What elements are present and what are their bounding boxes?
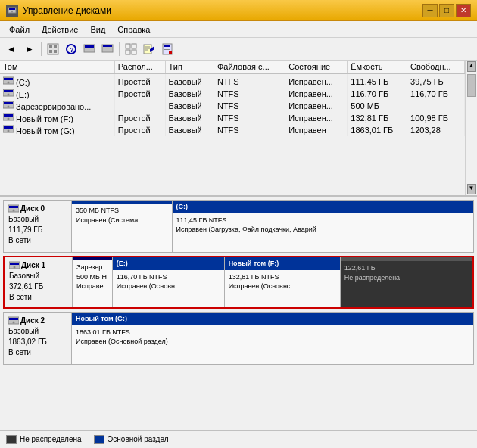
cell-location-2: Простой: [114, 88, 165, 100]
cell-name-2: (E:): [0, 88, 114, 100]
table-row-4[interactable]: Новый том (F:)ПростойБазовыйNTFSИсправен…: [0, 112, 465, 124]
toolbar-btn-2[interactable]: ?: [63, 41, 80, 58]
svg-rect-15: [132, 44, 136, 48]
cell-free-2: 116,70 ГБ: [407, 88, 465, 100]
svg-point-37: [8, 118, 10, 120]
cell-name-1: (C:): [0, 76, 114, 88]
cell-name-3: Зарезервировано...: [0, 100, 114, 112]
disk-1-part-2-status: Исправен (Основнс: [229, 282, 336, 291]
svg-point-43: [13, 210, 15, 212]
disk-1-partitions: Зарезер 500 МБ Н Исправе (E:) 116,70 ГБ …: [73, 257, 472, 307]
svg-point-2: [11, 11, 13, 12]
disk-0-part-0-header: [72, 201, 172, 204]
legend-primary-label: Основной раздел: [108, 435, 169, 443]
minimize-button[interactable]: ─: [422, 4, 438, 17]
disk-2-part-0-status: Исправен (Основной раздел): [76, 337, 469, 347]
disk-1-part-0[interactable]: Зарезер 500 МБ Н Исправе: [73, 257, 113, 307]
svg-rect-45: [10, 263, 19, 265]
toolbar-btn-1[interactable]: [45, 41, 61, 58]
legend-unallocated: Не распределена: [6, 435, 82, 444]
disk-1-part-0-status: Исправе: [76, 282, 108, 291]
disk-0-part-1-size: 111,45 ГБ NTFS: [176, 216, 470, 226]
cell-status-2: Исправен...: [285, 88, 348, 100]
back-button[interactable]: ◄: [3, 41, 20, 58]
svg-rect-27: [4, 78, 13, 80]
toolbar-btn-3[interactable]: [81, 41, 98, 58]
svg-point-49: [13, 322, 15, 324]
cell-capacity-4: 132,81 ГБ: [348, 112, 407, 124]
toolbar: ◄ ► ?: [0, 38, 477, 61]
disk-1-part-3[interactable]: 122,61 ГБ Не распределена: [341, 257, 472, 307]
toolbar-btn-5[interactable]: [123, 41, 139, 58]
disk-0-part-0[interactable]: 350 МБ NTFS Исправен (Система,: [72, 201, 173, 252]
cell-fs-3: NTFS: [214, 100, 285, 112]
close-button[interactable]: ✕: [456, 4, 471, 17]
disk-2-row: Диск 2 Базовый 1863,02 ГБ В сети Новый т…: [3, 312, 474, 365]
svg-point-31: [8, 94, 10, 96]
svg-rect-39: [4, 126, 13, 129]
svg-rect-24: [164, 48, 169, 48]
toolbar-btn-4[interactable]: [99, 41, 116, 58]
col-location: Распол...: [114, 61, 165, 73]
cell-location-3: [114, 100, 165, 112]
cell-free-4: 100,98 ГБ: [407, 112, 465, 124]
svg-rect-33: [4, 102, 13, 104]
disk-2-type: Базовый: [8, 326, 67, 337]
maximize-button[interactable]: □: [439, 4, 454, 17]
menu-help[interactable]: Справка: [111, 23, 156, 36]
app-icon: [6, 5, 18, 17]
svg-rect-11: [85, 45, 94, 48]
toolbar-btn-7[interactable]: [159, 41, 176, 58]
title-bar-left: Управление дисками: [6, 5, 111, 17]
disk-1-part-1-size: 116,70 ГБ NTFS: [117, 272, 220, 282]
disk-1-part-1[interactable]: (E:) 116,70 ГБ NTFS Исправен (Основн: [113, 257, 225, 307]
table-header-row: Том Распол... Тип Файловая с... Состояни…: [0, 61, 465, 73]
legend-unallocated-label: Не распределена: [20, 435, 82, 443]
menu-file[interactable]: Файл: [3, 23, 36, 36]
disk-1-part-0-size: 500 МБ Н: [76, 272, 108, 282]
menu-view[interactable]: Вид: [84, 23, 111, 36]
table-row-3[interactable]: Зарезервировано...БазовыйNTFSИсправен...…: [0, 100, 465, 112]
table-scrollbar[interactable]: ▲ ▼: [465, 61, 477, 195]
disk-0-row: Диск 0 Базовый 111,79 ГБ В сети 350 МБ N…: [3, 200, 474, 253]
table-row-1[interactable]: (C:)ПростойБазовыйNTFSИсправен...111,45 …: [0, 76, 465, 88]
cell-free-1: 39,75 ГБ: [407, 76, 465, 88]
disk-0-size: 111,79 ГБ: [8, 225, 67, 235]
toolbar-btn-6[interactable]: [141, 41, 157, 58]
forward-button[interactable]: ►: [21, 41, 38, 58]
disk-1-size: 372,61 ГБ: [9, 282, 67, 292]
cell-name-5: Новый том (G:): [0, 124, 114, 136]
disk-0-part-1-status: Исправен (Загрузка, Файл подкачки, Авари…: [176, 225, 470, 235]
disk-1-part-2-size: 132,81 ГБ NTFS: [229, 272, 336, 282]
table-row-5[interactable]: Новый том (G:)ПростойБазовыйNTFSИсправен…: [0, 124, 465, 136]
toolbar-sep-1: [41, 42, 42, 56]
window-controls: ─ □ ✕: [422, 4, 471, 17]
disk-2-info: Диск 2 Базовый 1863,02 ГБ В сети: [4, 313, 72, 364]
disk-1-part-2[interactable]: Новый том (F:) 132,81 ГБ NTFS Исправен (…: [225, 257, 341, 307]
disk-2-status: В сети: [8, 347, 67, 358]
cell-capacity-5: 1863,01 ГБ: [348, 124, 407, 136]
cell-status-1: Исправен...: [285, 76, 348, 88]
cell-status-4: Исправен...: [285, 112, 348, 124]
disk-2-size: 1863,02 ГБ: [8, 337, 67, 347]
table-row-2[interactable]: (E:)ПростойБазовыйNTFSИсправен...116,70 …: [0, 88, 465, 100]
disk-1-part-0-header: [73, 257, 112, 260]
disk-1-status: В сети: [9, 292, 67, 303]
cell-location-5: Простой: [114, 124, 165, 136]
disk-2-part-0[interactable]: Новый том (G:) 1863,01 ГБ NTFS Исправен …: [72, 313, 473, 364]
disk-1-part-3-size: 122,61 ГБ: [344, 263, 469, 273]
table-wrapper[interactable]: Том Распол... Тип Файловая с... Состояни…: [0, 61, 465, 195]
disk-2-name: Диск 2: [8, 316, 67, 326]
disk-1-type: Базовый: [9, 271, 67, 282]
cell-fs-4: NTFS: [214, 112, 285, 124]
cell-status-3: Исправен...: [285, 100, 348, 112]
disk-0-part-1[interactable]: (C:) 111,45 ГБ NTFS Исправен (Загрузка, …: [173, 201, 474, 252]
disk-2-part-0-header: Новый том (G:): [72, 313, 473, 325]
cell-type-4: Базовый: [165, 112, 214, 124]
disk-0-part-0-status: Исправен (Система,: [76, 216, 168, 226]
disk-1-name: Диск 1: [9, 260, 67, 271]
scrollbar-thumb[interactable]: [467, 74, 476, 97]
disk-1-part-1-header: (E:): [113, 257, 224, 270]
menu-action[interactable]: Действие: [36, 23, 84, 36]
toolbar-sep-2: [119, 42, 120, 56]
